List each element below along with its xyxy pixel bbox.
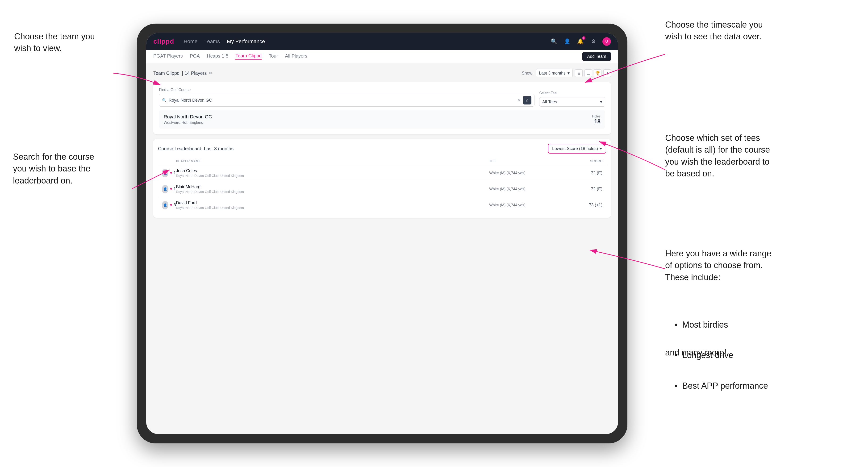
leaderboard-title: Course Leaderboard, Last 3 months [158,146,234,151]
options-annotation: Here you have a wide range of options to… [665,248,771,283]
notification-badge: 1 [582,36,585,40]
nav-logo: clippd [153,38,174,45]
tablet-screen: clippd Home Teams My Performance 🔍 👤 🔔 1… [146,33,618,434]
subnav-pgat[interactable]: PGAT Players [153,53,183,60]
score-cell-3: 73 (+1) [560,203,602,208]
rank-cell-2: 👤 ♥ 1 [162,185,176,193]
search-annotation: Search for the course you wish to base t… [13,151,94,187]
course-search-field: Find a Golf Course 🔍 ✕ ☆ [159,88,534,106]
player-club-3: Royal North Devon Golf Club, United King… [176,206,489,210]
user-avatar[interactable]: U [602,37,611,46]
team-header: Team Clippd | 14 Players ✏ Show: Last 3 … [153,69,611,77]
leaderboard-card: Course Leaderboard, Last 3 months Lowest… [153,139,611,218]
rank-2: 1 [174,187,176,191]
course-name: Royal North Devon GC [164,114,212,120]
subnav-pga[interactable]: PGA [190,53,200,60]
score-cell-2: 72 (E) [560,187,602,191]
subnav-allplayers[interactable]: All Players [285,53,307,60]
tee-chevron-icon: ▾ [600,99,602,104]
table-row[interactable]: 👤 ♥ 1 Josh Coles Royal North Devon Golf … [158,165,606,181]
rank-1: 1 [174,170,176,176]
settings-icon[interactable]: ⚙ [589,37,598,46]
nav-link-home[interactable]: Home [184,38,197,44]
nav-icons: 🔍 👤 🔔 1 ⚙ U [550,37,611,46]
table-row[interactable]: 👤 ♥ 3 David Ford Royal North Devon Golf … [158,197,606,213]
tee-select-field: Select Tee All Tees ▾ [539,91,605,106]
holes-number: 18 [592,118,600,125]
tee-value: All Tees [542,99,557,104]
bell-icon[interactable]: 🔔 1 [576,37,585,46]
heart-icon-2: ♥ [170,187,172,191]
col-player: PLAYER NAME [176,159,489,163]
clear-search-icon[interactable]: ✕ [518,98,521,103]
subnav-teamclippd[interactable]: Team Clippd [236,53,261,60]
course-location: Westward Ho!, England [164,121,212,125]
add-team-button[interactable]: Add Team [582,52,611,61]
timescale-value: Last 3 months [539,71,566,76]
search-icon: 🔍 [162,98,167,102]
timescale-dropdown[interactable]: Last 3 months ▾ [536,69,573,77]
sub-nav: PGAT Players PGA Hcaps 1-5 Team Clippd T… [146,50,618,63]
holes-label: Holes [592,115,600,118]
player-info-2: Blair McHarg Royal North Devon Golf Club… [176,184,489,194]
favorite-icon[interactable]: ☆ [523,96,531,104]
course-result[interactable]: Royal North Devon GC Westward Ho!, Engla… [159,111,605,129]
search-card: Find a Golf Course 🔍 ✕ ☆ Select Tee All … [153,82,611,134]
player-info-3: David Ford Royal North Devon Golf Club, … [176,200,489,210]
trophy-icon[interactable]: 🏆 [594,69,601,77]
subnav-hcaps[interactable]: Hcaps 1-5 [207,53,228,60]
rank-cell-3: 👤 ♥ 3 [162,201,176,210]
avatar-3: 👤 [162,201,168,210]
download-icon[interactable]: ⬇ [603,69,611,77]
view-icons: ⊞ ☰ 🏆 ⬇ [575,69,611,77]
profile-icon[interactable]: 👤 [563,37,571,46]
player-name-2: Blair McHarg [176,184,489,189]
holes-badge: Holes 18 [592,115,600,125]
player-club-2: Royal North Devon Golf Club, United King… [176,190,489,194]
tee-annotation: Choose which set of tees (default is all… [665,132,770,180]
team-name: Team Clippd [153,70,180,76]
edit-icon[interactable]: ✏ [209,70,213,76]
grid-view-icon[interactable]: ⊞ [575,69,583,77]
leaderboard-header: Course Leaderboard, Last 3 months Lowest… [158,144,606,154]
player-name-3: David Ford [176,200,489,206]
list-view-icon[interactable]: ☰ [585,69,592,77]
rank-cell-1: 👤 ♥ 1 [162,169,176,177]
nav-link-teams[interactable]: Teams [205,38,220,44]
team-annotation: Choose the team you wish to view. [14,31,95,55]
team-title-area: Team Clippd | 14 Players ✏ [153,70,213,76]
table-row[interactable]: 👤 ♥ 1 Blair McHarg Royal North Devon Gol… [158,181,606,197]
rank-3: 3 [174,203,176,208]
player-name-1: Josh Coles [176,168,489,173]
nav-links: Home Teams My Performance [184,38,540,44]
top-nav: clippd Home Teams My Performance 🔍 👤 🔔 1… [146,33,618,50]
tablet-device: clippd Home Teams My Performance 🔍 👤 🔔 1… [137,24,627,443]
nav-link-myperformance[interactable]: My Performance [227,38,265,44]
tee-cell-1: White (M) (6,744 yds) [489,171,560,175]
and-more-text: and many more! [665,347,726,359]
tee-label: Select Tee [539,91,605,95]
player-info-1: Josh Coles Royal North Devon Golf Club, … [176,168,489,178]
heart-icon-1: ♥ [170,171,172,175]
show-control: Show: Last 3 months ▾ ⊞ ☰ 🏆 ⬇ [522,69,611,77]
search-icon[interactable]: 🔍 [550,37,558,46]
search-input-wrapper: 🔍 ✕ ☆ [159,94,534,106]
course-info: Royal North Devon GC Westward Ho!, Engla… [164,114,212,125]
score-type-dropdown[interactable]: Lowest Score (18 holes) ▾ [548,144,606,154]
timescale-annotation: Choose the timescale you wish to see the… [665,19,763,43]
subnav-tour[interactable]: Tour [269,53,278,60]
chevron-down-icon: ▾ [567,70,569,76]
score-chevron-icon: ▾ [600,146,602,151]
col-score: SCORE [560,159,602,163]
main-content: Team Clippd | 14 Players ✏ Show: Last 3 … [146,63,618,223]
table-header: PLAYER NAME TEE SCORE [158,157,606,165]
bullet-1: • Most birdies [675,320,728,330]
col-tee: TEE [489,159,560,163]
tee-dropdown[interactable]: All Tees ▾ [539,97,605,106]
bullet-3: • Best APP performance [675,381,768,391]
tee-cell-3: White (M) (6,744 yds) [489,203,560,207]
tee-cell-2: White (M) (6,744 yds) [489,187,560,191]
course-search-input[interactable] [168,98,516,103]
avatar-1: 👤 [162,169,168,177]
avatar-2: 👤 [162,185,168,193]
